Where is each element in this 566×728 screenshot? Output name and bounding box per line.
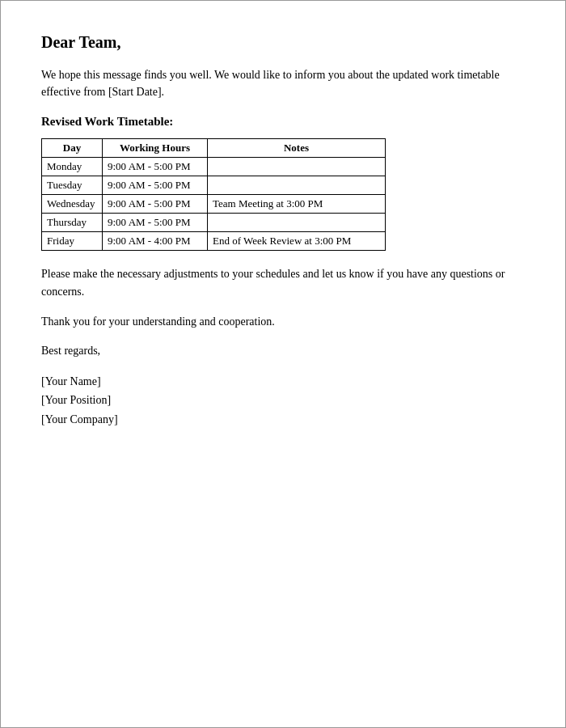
col-header-day: Day (42, 139, 103, 158)
cell-notes: Team Meeting at 3:00 PM (208, 195, 386, 214)
cell-notes (208, 176, 386, 195)
body-text-1: Please make the necessary adjustments to… (41, 265, 525, 302)
signature-block: [Your Name] [Your Position] [Your Compan… (41, 372, 525, 430)
signature-company: [Your Company] (41, 410, 525, 430)
table-row: Monday9:00 AM - 5:00 PM (42, 158, 386, 176)
table-row: Friday9:00 AM - 4:00 PMEnd of Week Revie… (42, 232, 386, 251)
greeting: Dear Team, (41, 33, 525, 52)
intro-text: We hope this message finds you well. We … (41, 66, 525, 100)
table-row: Wednesday9:00 AM - 5:00 PMTeam Meeting a… (42, 195, 386, 214)
cell-day: Friday (42, 232, 103, 251)
page-container: Dear Team, We hope this message finds yo… (0, 0, 566, 728)
col-header-notes: Notes (208, 139, 386, 158)
cell-hours: 9:00 AM - 5:00 PM (103, 158, 208, 176)
cell-day: Monday (42, 158, 103, 176)
cell-notes (208, 158, 386, 176)
cell-day: Thursday (42, 214, 103, 232)
cell-notes (208, 214, 386, 232)
signature-name: [Your Name] (41, 372, 525, 392)
col-header-hours: Working Hours (103, 139, 208, 158)
cell-hours: 9:00 AM - 5:00 PM (103, 176, 208, 195)
closing: Best regards, (41, 342, 525, 360)
cell-day: Wednesday (42, 195, 103, 214)
section-heading: Revised Work Timetable: (41, 115, 525, 129)
cell-hours: 9:00 AM - 5:00 PM (103, 214, 208, 232)
cell-hours: 9:00 AM - 5:00 PM (103, 195, 208, 214)
signature-position: [Your Position] (41, 391, 525, 410)
schedule-table: Day Working Hours Notes Monday9:00 AM - … (41, 138, 386, 251)
cell-notes: End of Week Review at 3:00 PM (208, 232, 386, 251)
body-text-2: Thank you for your understanding and coo… (41, 313, 525, 331)
cell-day: Tuesday (42, 176, 103, 195)
cell-hours: 9:00 AM - 4:00 PM (103, 232, 208, 251)
table-row: Thursday9:00 AM - 5:00 PM (42, 214, 386, 232)
table-row: Tuesday9:00 AM - 5:00 PM (42, 176, 386, 195)
